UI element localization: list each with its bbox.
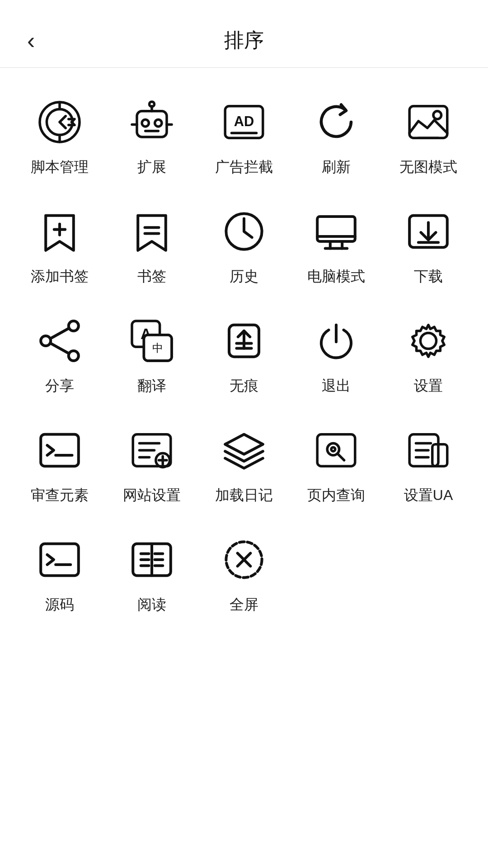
grid-item-inspect[interactable]: 审查元素 <box>14 414 106 514</box>
ad-block-icon: AD <box>217 95 271 149</box>
grid-item-download[interactable]: 下载 <box>382 195 474 296</box>
grid-item-no-image[interactable]: 无图模式 <box>382 86 474 186</box>
svg-point-31 <box>69 321 79 331</box>
svg-marker-57 <box>225 434 263 454</box>
set-ua-icon <box>401 423 455 477</box>
site-settings-label: 网站设置 <box>123 486 181 505</box>
icon-grid: 脚本管理 扩展 AD 广告拦截 刷新 无图模式 添加书签 书签 历史 <box>0 68 488 642</box>
expand-icon <box>125 95 179 149</box>
svg-rect-63 <box>432 444 447 466</box>
grid-item-quit[interactable]: 退出 <box>290 305 382 405</box>
page-title: 排序 <box>224 27 264 54</box>
quit-label: 退出 <box>322 376 351 396</box>
back-button[interactable]: ‹ <box>23 24 39 57</box>
inspect-icon <box>33 423 87 477</box>
grid-item-source[interactable]: 源码 <box>14 524 106 624</box>
settings-icon <box>401 314 455 368</box>
bookmark-label: 书签 <box>137 267 166 287</box>
add-bookmark-icon <box>33 204 87 259</box>
script-mgr-icon <box>33 95 87 149</box>
no-image-icon <box>401 95 455 149</box>
grid-item-set-ua[interactable]: 设置UA <box>382 414 474 514</box>
history-icon <box>217 204 271 259</box>
load-log-label: 加载日记 <box>215 486 273 505</box>
settings-label: 设置 <box>414 376 443 396</box>
share-icon <box>33 314 87 368</box>
svg-point-33 <box>69 351 79 361</box>
svg-point-5 <box>142 120 149 127</box>
reader-label: 阅读 <box>137 595 166 615</box>
translate-icon: A ↔ 中 <box>125 314 179 368</box>
desktop-label: 电脑模式 <box>307 267 365 287</box>
grid-item-share[interactable]: 分享 <box>14 305 106 405</box>
svg-point-32 <box>41 336 51 346</box>
ad-block-label: 广告拦截 <box>215 157 273 177</box>
source-label: 源码 <box>45 595 74 615</box>
expand-label: 扩展 <box>137 157 166 177</box>
svg-point-6 <box>155 120 162 127</box>
svg-point-9 <box>150 102 155 107</box>
svg-line-35 <box>51 344 69 354</box>
grid-item-find-in-page[interactable]: 页内查询 <box>290 414 382 514</box>
site-settings-icon <box>125 423 179 477</box>
grid-item-translate[interactable]: A ↔ 中 翻译 <box>106 305 198 405</box>
incognito-label: 无痕 <box>230 376 258 396</box>
script-mgr-label: 脚本管理 <box>31 157 89 177</box>
header: ‹ 排序 <box>0 0 488 68</box>
svg-point-16 <box>433 111 441 119</box>
svg-rect-15 <box>409 106 447 138</box>
grid-item-bookmark[interactable]: 书签 <box>106 195 198 296</box>
desktop-icon <box>309 204 363 259</box>
grid-item-add-bookmark[interactable]: 添加书签 <box>14 195 106 296</box>
grid-item-script-mgr[interactable]: 脚本管理 <box>14 86 106 186</box>
svg-rect-48 <box>41 434 79 466</box>
share-label: 分享 <box>45 376 74 396</box>
refresh-label: 刷新 <box>322 157 351 177</box>
incognito-icon <box>217 314 271 368</box>
load-log-icon <box>217 423 271 477</box>
no-image-label: 无图模式 <box>399 157 457 177</box>
grid-item-refresh[interactable]: 刷新 <box>290 86 382 186</box>
grid-item-ad-block[interactable]: AD 广告拦截 <box>198 86 290 186</box>
svg-point-61 <box>331 447 335 451</box>
refresh-icon <box>309 95 363 149</box>
history-label: 历史 <box>230 267 258 287</box>
grid-item-load-log[interactable]: 加载日记 <box>198 414 290 514</box>
grid-item-settings[interactable]: 设置 <box>382 305 474 405</box>
svg-text:AD: AD <box>234 113 254 129</box>
bookmark-icon <box>125 204 179 259</box>
svg-line-60 <box>338 454 344 460</box>
grid-item-reader[interactable]: 阅读 <box>106 524 198 624</box>
grid-item-desktop[interactable]: 电脑模式 <box>290 195 382 296</box>
fullscreen-icon <box>217 533 271 587</box>
download-label: 下载 <box>414 267 443 287</box>
inspect-label: 审查元素 <box>31 486 89 505</box>
grid-item-incognito[interactable]: 无痕 <box>198 305 290 405</box>
svg-point-47 <box>420 333 436 349</box>
source-icon <box>33 533 87 587</box>
set-ua-label: 设置UA <box>404 486 453 505</box>
quit-icon <box>309 314 363 368</box>
svg-rect-67 <box>41 544 79 576</box>
find-in-page-label: 页内查询 <box>307 486 365 505</box>
svg-line-34 <box>51 329 69 339</box>
translate-label: 翻译 <box>137 376 166 396</box>
svg-text:中: 中 <box>152 342 163 354</box>
fullscreen-label: 全屏 <box>230 595 258 615</box>
grid-item-history[interactable]: 历史 <box>198 195 290 296</box>
download-icon <box>401 204 455 259</box>
find-in-page-icon <box>309 423 363 477</box>
reader-icon <box>125 533 179 587</box>
grid-item-expand[interactable]: 扩展 <box>106 86 198 186</box>
grid-item-site-settings[interactable]: 网站设置 <box>106 414 198 514</box>
add-bookmark-label: 添加书签 <box>31 267 89 287</box>
grid-item-fullscreen[interactable]: 全屏 <box>198 524 290 624</box>
